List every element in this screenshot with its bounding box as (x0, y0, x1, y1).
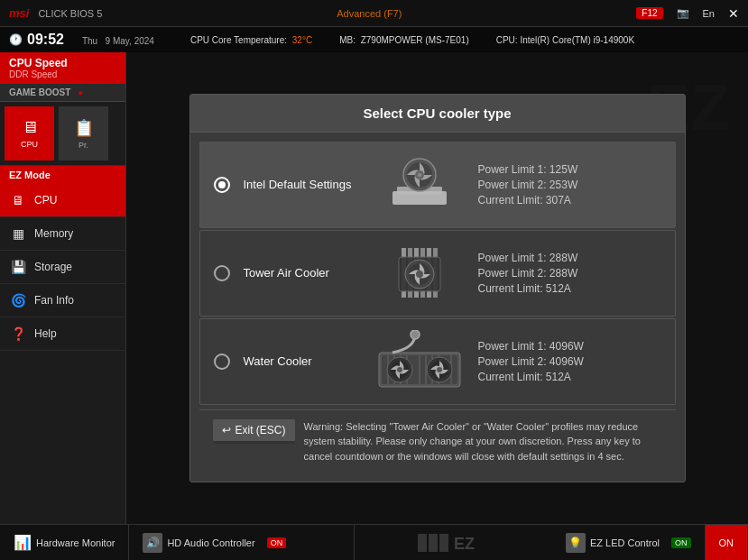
close-button[interactable]: ✕ (728, 6, 739, 21)
sidebar-item-help[interactable]: ❓ Help (0, 317, 125, 351)
hardware-monitor-button[interactable]: 📊 Hardware Monitor (0, 525, 129, 560)
ez-pattern-area: EZ (355, 529, 552, 556)
temp-info: CPU Core Temperature: 32°C MB: Z790MPOWE… (172, 35, 739, 45)
storage-icon: 💾 (9, 258, 27, 276)
cooler-option-water[interactable]: Water Cooler (199, 318, 676, 405)
lang-selector[interactable]: En (703, 8, 715, 19)
svg-point-33 (437, 367, 442, 372)
sidebar-cpu-label: CPU (34, 194, 57, 207)
mb-info: MB: Z790MPOWER (MS-7E01) (339, 35, 469, 45)
radio-tower-air[interactable] (214, 265, 230, 281)
main-content: EZ Select CPU cooler type Intel Default … (126, 52, 748, 524)
svg-rect-36 (439, 534, 448, 552)
cooler-option-intel-default[interactable]: Intel Default Settings (199, 142, 676, 228)
led-icon: 💡 (566, 533, 586, 553)
hardware-monitor-icon: 📊 (14, 534, 32, 552)
water-cooler-icon (374, 330, 465, 393)
exit-row: ↩ Exit (ESC) Warning: Selecting "Tower A… (199, 409, 676, 473)
exit-icon: ↩ (222, 424, 231, 436)
tower-air-label: Tower Air Cooler (244, 266, 361, 280)
top-bar-left: msi CLICK BIOS 5 (9, 6, 102, 20)
screenshot-icon[interactable]: 📷 (677, 7, 689, 19)
cooler-option-tower-air[interactable]: Tower Air Cooler (199, 230, 676, 317)
warning-text: Warning: Selecting "Tower Air Cooler" or… (304, 419, 662, 464)
svg-rect-35 (429, 534, 438, 552)
intel-default-icon (374, 153, 465, 216)
cpu-speed-area: CPU Speed DDR Speed (0, 52, 125, 84)
radio-intel-default[interactable] (214, 177, 230, 193)
f12-button[interactable]: F12 (636, 7, 662, 19)
audio-on-badge: ON (267, 537, 287, 548)
water-cooler-label: Water Cooler (244, 354, 361, 368)
hardware-monitor-label: Hardware Monitor (36, 537, 115, 548)
ez-mode-bar: EZ Mode (0, 166, 125, 184)
ez-led-label: EZ LED Control (590, 537, 660, 548)
cpu-tab[interactable]: 🖥 CPU (5, 106, 54, 161)
svg-point-27 (411, 330, 420, 339)
sidebar-item-cpu[interactable]: 🖥 CPU (0, 184, 125, 217)
radio-water[interactable] (214, 353, 230, 370)
sidebar-item-storage[interactable]: 💾 Storage (0, 251, 125, 284)
cpu-icon-row: 🖥 CPU 📋 Pr. (0, 102, 125, 166)
tower-air-icon (374, 242, 465, 305)
svg-text:EZ: EZ (454, 535, 475, 553)
cpu-cooler-modal: Select CPU cooler type Intel Default Set… (189, 94, 686, 483)
ddr-speed-label: DDR Speed (9, 69, 116, 79)
sidebar-faninfo-label: Fan Info (34, 294, 74, 307)
top-bar-right: F12 📷 En ✕ (636, 6, 739, 21)
audio-label: HD Audio Controller (167, 537, 254, 548)
bottom-bar: 📊 Hardware Monitor 🔊 HD Audio Controller… (0, 524, 748, 560)
bios-title: CLICK BIOS 5 (38, 8, 102, 19)
on-button-right[interactable]: ON (706, 525, 748, 560)
ez-led-button[interactable]: 💡 EZ LED Control ON (552, 525, 706, 560)
sidebar-storage-label: Storage (34, 261, 72, 273)
sidebar: CPU Speed DDR Speed GAME BOOST ● 🖥 CPU 📋… (0, 52, 126, 524)
modal-title: Select CPU cooler type (190, 95, 685, 133)
msi-logo: msi (9, 6, 29, 20)
time-display: 09:52 (27, 32, 64, 48)
fan-icon: 🌀 (9, 291, 27, 309)
cpu-temp: CPU Core Temperature: 32°C (190, 35, 312, 45)
date-display: Thu 9 May, 2024 (82, 32, 154, 48)
sidebar-item-fan-info[interactable]: 🌀 Fan Info (0, 284, 125, 317)
help-icon: ❓ (9, 325, 27, 343)
svg-point-5 (418, 173, 421, 177)
top-bar: msi CLICK BIOS 5 Advanced (F7) F12 📷 En … (0, 0, 748, 27)
audio-icon: 🔊 (143, 533, 162, 553)
intel-default-specs: Power Limit 1: 125W Power Limit 2: 253W … (478, 163, 578, 207)
audio-controller-button[interactable]: 🔊 HD Audio Controller ON (129, 525, 355, 560)
led-on-badge: ON (671, 537, 691, 548)
cpu-speed-label: CPU Speed (9, 57, 116, 69)
sidebar-memory-label: Memory (34, 227, 73, 240)
cpu-icon: 🖥 (9, 191, 27, 209)
exit-button[interactable]: ↩ Exit (ESC) (213, 419, 295, 444)
sidebar-help-label: Help (34, 327, 57, 340)
modal-body: Intel Default Settings (190, 133, 685, 482)
game-boost-bar: GAME BOOST ● (0, 84, 125, 102)
svg-rect-34 (418, 534, 427, 552)
status-bar: 🕐 09:52 Thu 9 May, 2024 CPU Core Tempera… (0, 27, 748, 52)
svg-point-15 (416, 271, 423, 278)
on-label: ON (719, 537, 734, 548)
sidebar-item-memory[interactable]: ▦ Memory (0, 217, 125, 251)
main-layout: CPU Speed DDR Speed GAME BOOST ● 🖥 CPU 📋… (0, 52, 748, 524)
intel-default-label: Intel Default Settings (244, 178, 361, 191)
tower-air-specs: Power Limit 1: 288W Power Limit 2: 288W … (478, 252, 578, 295)
modal-overlay: Select CPU cooler type Intel Default Set… (126, 52, 748, 524)
cpu-info: CPU: Intel(R) Core(TM) i9-14900K (496, 35, 634, 45)
svg-point-30 (397, 367, 402, 372)
water-cooler-specs: Power Limit 1: 4096W Power Limit 2: 4096… (478, 340, 584, 383)
memory-icon: ▦ (9, 225, 27, 243)
advanced-mode-label[interactable]: Advanced (F7) (337, 8, 402, 19)
profile-tab[interactable]: 📋 Pr. (59, 106, 108, 161)
exit-label: Exit (ESC) (235, 424, 286, 436)
